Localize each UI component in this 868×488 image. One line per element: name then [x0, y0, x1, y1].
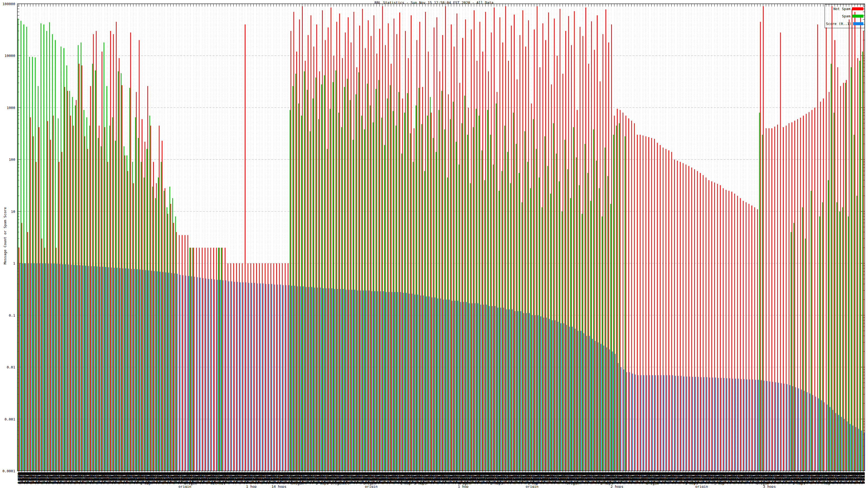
x-axis-label-fragment: 2 hops — [611, 485, 623, 488]
y-tick-label: 0.001 — [0, 418, 15, 421]
x-axis-label-fragment: net net — [211, 482, 225, 485]
x-axis-label-fragment: 1 hop — [246, 485, 257, 488]
legend-label-score: Score (0..1) — [826, 22, 851, 26]
not-spam-swatch-icon — [852, 7, 863, 10]
score-swatch-icon — [853, 22, 863, 25]
bars-not-spam — [19, 6, 864, 471]
spam-swatch-icon — [852, 14, 863, 18]
y-tick-label: 1 — [0, 262, 15, 265]
y-tick-label: 10 — [0, 210, 15, 214]
x-axis-label-fragment: 3 hops — [414, 482, 427, 485]
x-axis-label-fragment: origin — [291, 482, 304, 485]
y-tick-label: 0.01 — [0, 365, 15, 369]
legend-item-not-spam: Not Spam — [826, 7, 863, 11]
y-tick-label: 0.0001 — [0, 469, 15, 473]
x-axis-label-fragment: origin — [365, 485, 378, 488]
chart-title: RBL Statistics - Sun Nov 15 12:58:04 EST… — [0, 1, 868, 5]
x-axis-label-fragment: hop — [824, 482, 830, 485]
x-axis-label-fragment: net — [343, 482, 349, 485]
y-tick-label: 100000 — [0, 2, 15, 6]
y-tick-label: 1000 — [0, 106, 15, 109]
x-axis-label-fragment: origin — [695, 485, 708, 488]
x-axis-label-fragment: 3 hops — [793, 482, 805, 485]
legend: Not Spam Spam Score (0..1) — [825, 4, 865, 28]
y-tick-label: 0.1 — [0, 314, 15, 317]
legend-label-spam: Spam — [842, 14, 850, 18]
y-tick-label: 10000 — [0, 54, 15, 58]
legend-item-spam: Spam — [826, 14, 863, 18]
x-axis-label-fragment: 2 hops — [490, 482, 503, 485]
legend-label-not-spam: Not Spam — [833, 7, 850, 11]
x-axis-label-fragment: origin — [646, 482, 659, 485]
x-axis-label-fragment: 14 hops — [272, 485, 286, 488]
rbl-statistics-chart: RBL Statistics - Sun Nov 15 12:58:04 EST… — [0, 0, 868, 488]
x-axis-label-fragment: 1 hop — [140, 482, 151, 485]
x-axis-label-fragment: origin — [179, 485, 191, 488]
x-axis-label-fragment: 3 hops — [763, 485, 776, 488]
legend-item-score: Score (0..1) — [826, 22, 863, 26]
x-axis-label-fragment: 1 hop — [400, 482, 411, 485]
x-axis-label-fragment: origin — [526, 485, 538, 488]
x-axis-label-fragment: 1 hop — [458, 485, 468, 488]
x-axis-label-fragment: origin — [566, 482, 579, 485]
x-axis-label-fragment: 1 hop — [714, 482, 724, 485]
x-axis-label-fragment: 5 hops origin — [316, 482, 343, 485]
plot-area — [0, 0, 868, 488]
y-tick-label: 100 — [0, 158, 15, 161]
